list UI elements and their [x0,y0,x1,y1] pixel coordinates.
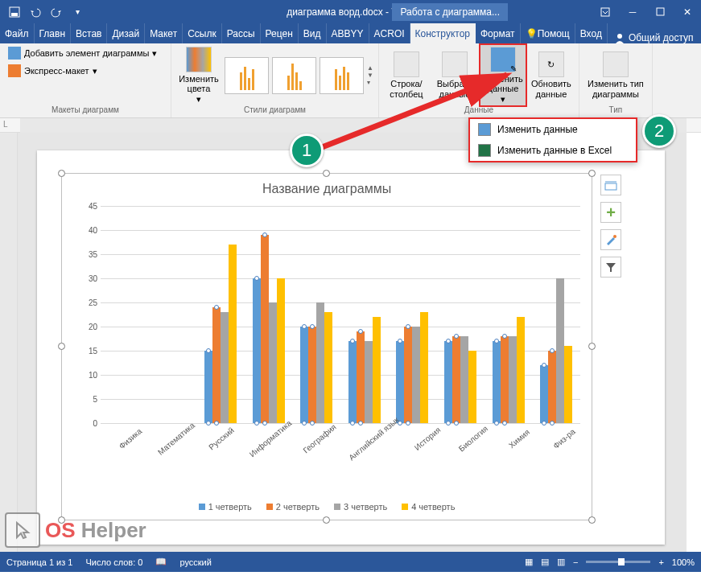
chart-style-2[interactable] [272,57,316,94]
save-button[interactable] [5,2,24,22]
status-language[interactable]: русский [179,557,211,567]
style-scroll-up[interactable]: ▲ [367,64,373,72]
tab-login[interactable]: Вход [575,23,608,43]
table-icon [478,123,491,136]
group-data: Строка/ столбец Выбрать данные ✎Изменить… [379,43,579,117]
group-label: Стили диаграмм [244,105,306,116]
tab-layout[interactable]: Макет [145,23,183,43]
close-button[interactable]: ✕ [674,0,701,23]
zoom-slider[interactable] [586,561,650,563]
ruler-vertical[interactable] [0,133,18,552]
change-chart-type-button[interactable]: Изменить тип диаграммы [584,50,647,100]
quick-layout-button[interactable]: Экспресс-макет ▾ [5,63,166,79]
svg-rect-2 [601,8,609,16]
select-data-button[interactable]: Выбрать данные [432,50,477,100]
chart-title[interactable]: Название диаграммы [62,174,592,201]
tab-review[interactable]: Рецен [261,23,299,43]
share-button[interactable]: Общий доступ [608,32,700,43]
group-label: Тип [609,105,623,116]
style-scroll-down[interactable]: ▼ [367,72,373,79]
status-word-count[interactable]: Число слов: 0 [85,557,142,567]
chart-styles-button[interactable] [600,229,621,250]
chart-type-icon [603,51,629,77]
x-axis-labels: ФизикаМатематикаРусскийИнформатикаГеогра… [101,430,580,483]
tab-file[interactable]: Файл [0,23,35,43]
edit-data-button[interactable]: ✎Изменить данные ▾ [480,45,526,105]
svg-point-4 [617,34,622,39]
redo-button[interactable] [47,2,66,22]
edit-data-dropdown: Изменить данные Изменить данные в Excel [468,117,637,162]
svg-rect-5 [605,183,616,190]
tab-abbyy[interactable]: ABBYY [327,23,369,43]
style-gallery-more[interactable]: ▾ [367,79,373,86]
tab-tell-me[interactable]: 💡 Помощ [521,23,575,43]
ribbon-body: Добавить элемент диаграммы ▾ Экспресс-ма… [0,43,701,118]
switch-row-column-button[interactable]: Строка/ столбец [384,50,429,100]
zoom-in-button[interactable]: + [658,557,663,567]
colors-icon [186,47,212,72]
tab-constructor[interactable]: Конструктор [410,23,476,43]
tab-format[interactable]: Формат [476,23,521,43]
chart-plot-area[interactable]: 051015202530354045 [101,206,580,423]
document-page[interactable]: Название диаграммы 051015202530354045 Фи… [37,150,665,545]
minimize-button[interactable]: ─ [619,0,646,23]
refresh-icon: ↻ [538,51,564,77]
zoom-out-button[interactable]: − [573,557,578,567]
resize-handle[interactable] [588,343,596,350]
tab-home[interactable]: Главн [35,23,72,43]
view-web-layout[interactable]: ▥ [557,557,565,567]
bar-series[interactable] [101,206,580,423]
svg-rect-3 [657,8,664,15]
resize-handle[interactable] [323,170,330,177]
chart-element-icon [8,47,21,60]
annotation-badge-2: 2 [642,114,676,148]
tab-mailings[interactable]: Рассы [222,23,261,43]
resize-handle[interactable] [58,343,65,350]
tab-design[interactable]: Дизай [107,23,145,43]
select-data-icon [442,51,468,77]
tab-view[interactable]: Вид [299,23,327,43]
maximize-button[interactable] [646,0,674,23]
watermark-os: OS [45,518,76,542]
watermark-logo: OS Helper [5,512,146,548]
resize-handle[interactable] [588,170,596,177]
tab-insert[interactable]: Встав [71,23,107,43]
switch-icon [394,51,419,77]
resize-handle[interactable] [588,516,596,524]
dropdown-edit-data[interactable]: Изменить данные [470,119,636,140]
resize-handle[interactable] [323,516,330,524]
view-read-mode[interactable]: ▦ [525,557,533,567]
group-chart-layouts: Добавить элемент диаграммы ▾ Экспресс-ма… [0,43,171,117]
add-chart-element-button[interactable]: Добавить элемент диаграммы ▾ [5,45,166,61]
change-colors-button[interactable]: Изменить цвета ▾ [176,45,221,105]
qat-customize-icon[interactable]: ▾ [68,2,87,22]
svg-rect-1 [11,13,18,16]
chart-floating-buttons: + [600,175,621,278]
refresh-data-button[interactable]: ↻Обновить данные [529,50,574,100]
view-print-layout[interactable]: ▤ [541,557,549,567]
undo-button[interactable] [26,2,45,22]
chart-legend[interactable]: 1 четверть2 четверть3 четверть4 четверть [62,502,592,512]
zoom-level[interactable]: 100% [672,557,695,567]
ribbon-options-icon[interactable] [592,0,619,23]
group-type: Изменить тип диаграммы Тип [579,43,653,117]
tab-references[interactable]: Ссылк [183,23,222,43]
dropdown-edit-data-excel[interactable]: Изменить данные в Excel [470,140,636,161]
chart-elements-button[interactable]: + [600,202,621,223]
chart-filters-button[interactable] [600,257,621,278]
contextual-tab-label: Работа с диаграмма... [392,3,508,21]
chart-style-1[interactable] [225,57,269,94]
status-proofing-icon[interactable]: 📖 [155,557,167,567]
chart-style-3[interactable] [320,57,364,94]
chart-object[interactable]: Название диаграммы 051015202530354045 Фи… [61,173,592,520]
ribbon-tabs: Файл Главн Встав Дизай Макет Ссылк Рассы… [0,23,701,43]
document-area: Название диаграммы 051015202530354045 Фи… [0,133,687,552]
annotation-badge-1: 1 [290,134,324,167]
group-label: Данные [464,105,493,116]
resize-handle[interactable] [58,170,65,177]
watermark-helper: Helper [81,518,146,542]
tab-acrobat[interactable]: ACROI [369,23,410,43]
chart-layout-options-button[interactable] [600,175,621,195]
ruler-corner-label: L [3,120,8,129]
status-page[interactable]: Страница 1 из 1 [6,557,72,567]
